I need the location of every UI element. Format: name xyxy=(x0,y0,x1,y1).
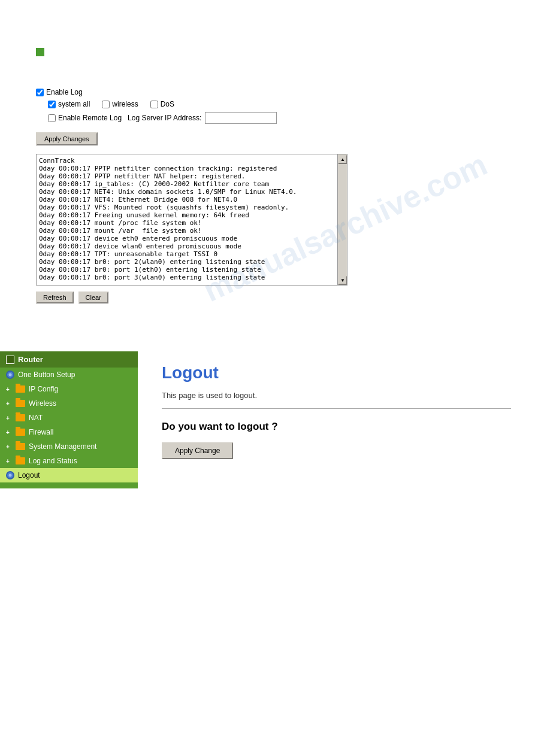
log-textarea[interactable] xyxy=(37,154,347,285)
dos-checkbox[interactable] xyxy=(150,101,158,108)
logout-question: Do you want to logout ? xyxy=(162,421,511,433)
wireless-item: wireless xyxy=(102,100,138,108)
sidebar-item-wireless[interactable]: + Wireless xyxy=(0,396,138,411)
folder-icon xyxy=(16,429,25,436)
server-ip-group: Log Server IP Address: xyxy=(128,112,277,124)
bottom-section: Router One Button Setup + IP Config + Wi… xyxy=(0,351,535,488)
sidebar-item-ip-config[interactable]: + IP Config xyxy=(0,382,138,396)
sidebar-item-system-management[interactable]: + System Management xyxy=(0,439,138,454)
wireless-label: wireless xyxy=(112,100,138,108)
plus-icon: + xyxy=(6,429,12,436)
server-ip-input[interactable] xyxy=(205,112,277,124)
sidebar-item-label: NAT xyxy=(29,414,43,422)
sidebar-item-label: Firewall xyxy=(29,428,53,436)
system-all-item: system all xyxy=(48,100,90,108)
apply-change-button[interactable]: Apply Change xyxy=(162,442,233,459)
plus-icon: + xyxy=(6,415,12,421)
enable-log-checkbox[interactable] xyxy=(36,89,44,96)
top-section: Enable Log system all wireless DoS xyxy=(0,0,535,315)
enable-remote-label: Enable Remote Log xyxy=(58,114,122,122)
folder-icon xyxy=(16,443,25,450)
folder-icon xyxy=(16,457,25,464)
system-all-label: system all xyxy=(58,100,90,108)
sidebar-item-logout[interactable]: Logout xyxy=(0,468,138,482)
sidebar: Router One Button Setup + IP Config + Wi… xyxy=(0,351,138,488)
plus-icon: + xyxy=(6,386,12,393)
sidebar-item-label: Wireless xyxy=(29,399,56,408)
logout-description: This page is used to logout. xyxy=(162,391,511,409)
sidebar-item-label: One Button Setup xyxy=(18,371,75,379)
dos-label: DoS xyxy=(161,100,174,108)
sidebar-item-label: Log and Status xyxy=(29,457,77,465)
sidebar-item-label: IP Config xyxy=(29,385,58,393)
server-ip-label: Log Server IP Address: xyxy=(128,114,201,122)
scrollbar-track: ▲ ▼ xyxy=(337,154,347,285)
sidebar-header: Router xyxy=(0,351,138,368)
plus-icon: + xyxy=(6,400,12,407)
enable-log-row: Enable Log xyxy=(36,88,499,96)
log-area-container: ▲ ▼ xyxy=(36,154,347,286)
enable-remote-item: Enable Remote Log xyxy=(48,114,122,122)
logout-title: Logout xyxy=(162,363,511,382)
gear-icon xyxy=(6,471,14,479)
sidebar-item-label: Logout xyxy=(18,471,40,479)
apply-changes-button[interactable]: Apply Changes xyxy=(36,132,98,145)
scrollbar-down-button[interactable]: ▼ xyxy=(338,275,347,285)
folder-icon xyxy=(16,385,25,393)
wireless-checkbox[interactable] xyxy=(102,101,110,108)
sidebar-item-one-button-setup[interactable]: One Button Setup xyxy=(0,368,138,382)
sidebar-header-label: Router xyxy=(18,355,43,364)
plus-icon: + xyxy=(6,458,12,464)
clear-button[interactable]: Clear xyxy=(78,292,108,303)
log-settings: Enable Log system all wireless DoS xyxy=(36,88,499,303)
sidebar-item-label: System Management xyxy=(29,442,96,451)
plus-icon: + xyxy=(6,444,12,450)
page-container: Enable Log system all wireless DoS xyxy=(0,0,535,756)
enable-remote-checkbox[interactable] xyxy=(48,114,56,122)
action-buttons: Refresh Clear xyxy=(36,292,499,303)
remote-log-row: Enable Remote Log Log Server IP Address: xyxy=(36,112,499,124)
enable-log-label: Enable Log xyxy=(46,88,83,96)
folder-icon xyxy=(16,400,25,407)
status-indicator xyxy=(36,48,44,56)
refresh-button[interactable]: Refresh xyxy=(36,292,74,303)
gear-icon xyxy=(6,371,14,379)
system-all-checkbox[interactable] xyxy=(48,101,56,108)
scrollbar-up-button[interactable]: ▲ xyxy=(338,154,347,164)
folder-icon xyxy=(16,414,25,421)
sidebar-item-log-and-status[interactable]: + Log and Status xyxy=(0,454,138,468)
sidebar-item-nat[interactable]: + NAT xyxy=(0,411,138,425)
dos-item: DoS xyxy=(150,100,174,108)
sidebar-header-icon xyxy=(6,356,14,364)
sidebar-item-firewall[interactable]: + Firewall xyxy=(0,425,138,439)
log-options-row: system all wireless DoS xyxy=(48,100,499,108)
logout-main-content: Logout This page is used to logout. Do y… xyxy=(138,351,535,488)
